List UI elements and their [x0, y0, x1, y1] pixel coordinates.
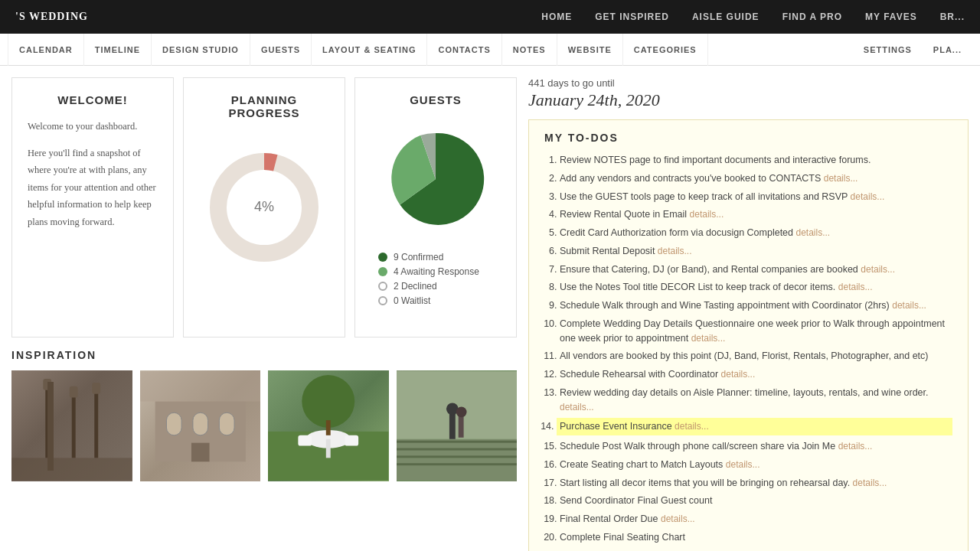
sub-nav-left: CALENDAR TIMELINE DESIGN STUDIO GUESTS L…	[8, 34, 708, 66]
todo-item-13: Review wedding day details on Aisle Plan…	[560, 386, 952, 415]
svg-rect-22	[397, 439, 518, 481]
guest-legend: 9 Confirmed 4 Awaiting Response 2 Declin…	[371, 252, 501, 306]
todo-link-5[interactable]: details...	[795, 227, 830, 238]
nav-br[interactable]: BR...	[940, 11, 965, 22]
legend-awaiting-label: 4 Awaiting Response	[394, 266, 479, 277]
right-panel: 441 days to go until January 24th, 2020 …	[528, 77, 969, 551]
todos-title: MY TO-DOS	[544, 132, 952, 144]
subnav-categories[interactable]: CATEGORIES	[623, 34, 708, 66]
nav-get-inspired[interactable]: GET INSPIRED	[595, 11, 669, 22]
subnav-design-studio[interactable]: DESIGN STUDIO	[152, 34, 250, 66]
todo-link-14[interactable]: details...	[675, 421, 709, 432]
todo-link-12[interactable]: details...	[721, 369, 756, 380]
planning-card: PLANNING PROGRESS 4%	[183, 77, 345, 337]
brand-name: 'S WEDDING	[15, 11, 88, 23]
legend-awaiting: 4 Awaiting Response	[378, 266, 493, 277]
todo-item-7: Ensure that Catering, DJ (or Band), and …	[560, 262, 952, 277]
guests-title: GUESTS	[371, 93, 501, 106]
todo-item-2: Add any vendors and contracts you've boo…	[560, 171, 952, 186]
todo-link-8[interactable]: details...	[838, 282, 873, 292]
nav-find-a-pro[interactable]: FIND A PRO	[782, 11, 842, 22]
svg-rect-30	[458, 415, 463, 438]
todo-item-11: All vendors are booked by this point (DJ…	[560, 349, 952, 364]
svg-rect-5	[70, 386, 78, 398]
todo-item-16: Create Seating chart to Match Layouts de…	[560, 458, 952, 472]
todo-link-16[interactable]: details...	[726, 459, 760, 470]
todo-item-9: Schedule Walk through and Wine Tasting a…	[560, 298, 952, 313]
subnav-website[interactable]: WEBSITE	[557, 34, 623, 66]
welcome-title: WELCOME!	[28, 93, 158, 106]
inspiration-image-3[interactable]	[268, 370, 389, 481]
welcome-p2: Here you'll find a snapshot of where you…	[28, 145, 158, 231]
svg-rect-19	[345, 435, 358, 446]
todo-item-6: Submit Rental Deposit details...	[560, 244, 952, 259]
subnav-calendar[interactable]: CALENDAR	[8, 34, 84, 66]
svg-rect-24	[397, 448, 518, 451]
svg-rect-23	[397, 441, 518, 443]
todo-link-6[interactable]: details...	[658, 246, 692, 256]
legend-declined-ring	[378, 282, 387, 291]
svg-rect-14	[140, 371, 261, 401]
inspiration-image-2[interactable]	[140, 370, 261, 481]
legend-waitlist-label: 0 Waitlist	[394, 295, 430, 306]
subnav-timeline[interactable]: TIMELINE	[84, 34, 152, 66]
guests-pie-chart	[378, 122, 493, 236]
left-panel: WELCOME! Welcome to your dashboard. Here…	[11, 77, 517, 551]
todo-link-10[interactable]: details...	[691, 333, 726, 344]
legend-awaiting-dot	[378, 267, 387, 276]
todo-item-1: Review NOTES page to find important docu…	[560, 153, 952, 168]
legend-declined-label: 2 Declined	[394, 281, 437, 292]
inspiration-title: INSPIRATION	[11, 349, 517, 361]
todo-item-10: Complete Wedding Day Details Questionnai…	[560, 317, 952, 346]
planning-donut-chart: 4%	[203, 146, 325, 269]
nav-aisle-guide[interactable]: AISLE GUIDE	[692, 11, 760, 22]
nav-home[interactable]: HOME	[541, 11, 572, 22]
todo-link-3[interactable]: details...	[851, 191, 885, 202]
todo-item-19: Final Rental Order Due details...	[560, 512, 952, 527]
inspiration-image-4[interactable]	[397, 370, 518, 481]
todo-link-19[interactable]: details...	[661, 514, 695, 524]
inspiration-image-1[interactable]	[11, 370, 132, 481]
sub-nav-right: SETTINGS PLA...	[853, 34, 972, 66]
todo-item-4: Review Rental Quote in Email details...	[560, 207, 952, 222]
todo-link-2[interactable]: details...	[824, 173, 858, 184]
svg-rect-7	[92, 383, 100, 394]
subnav-notes[interactable]: NOTES	[502, 34, 557, 66]
svg-rect-11	[192, 412, 207, 435]
inspiration-section: INSPIRATION	[11, 349, 517, 481]
donut-container: 4%	[199, 131, 329, 284]
todo-link-17[interactable]: details...	[853, 478, 887, 488]
todo-item-3: Use the GUEST tools page to keep track o…	[560, 190, 952, 204]
top-navigation: 'S WEDDING HOME GET INSPIRED AISLE GUIDE…	[0, 0, 980, 34]
svg-rect-12	[219, 412, 234, 435]
todo-item-17: Start listing all decor items that you w…	[560, 476, 952, 491]
legend-confirmed-label: 9 Confirmed	[394, 252, 443, 262]
days-text: 441 days to go until	[528, 77, 969, 89]
todo-item-20: Complete Final Seating Chart	[560, 530, 952, 545]
svg-rect-3	[43, 379, 51, 390]
todo-item-14: Purchase Event Insurance details...	[557, 418, 952, 435]
nav-my-faves[interactable]: MY FAVES	[865, 11, 917, 22]
svg-rect-17	[326, 439, 331, 458]
cards-row: WELCOME! Welcome to your dashboard. Here…	[11, 77, 517, 337]
inspiration-grid	[11, 370, 517, 481]
todo-link-15[interactable]: details...	[838, 441, 873, 452]
todo-item-15: Schedule Post Walk through phone call/sc…	[560, 439, 952, 454]
subnav-settings[interactable]: SETTINGS	[853, 34, 923, 66]
todo-item-18: Send Coordinator Final Guest count	[560, 494, 952, 508]
pie-container	[371, 118, 501, 240]
subnav-guests[interactable]: GUESTS	[250, 34, 312, 66]
todo-link-7[interactable]: details...	[861, 264, 895, 275]
todo-link-9[interactable]: details...	[892, 300, 926, 311]
subnav-contacts[interactable]: CONTACTS	[427, 34, 501, 66]
subnav-pla[interactable]: PLA...	[923, 34, 972, 66]
todo-link-13[interactable]: details...	[560, 402, 594, 412]
svg-point-31	[456, 406, 466, 417]
svg-rect-4	[72, 390, 76, 458]
todo-item-5: Credit Card Authorization form via docus…	[560, 226, 952, 240]
todo-link-4[interactable]: details...	[690, 209, 724, 220]
todo-list: Review NOTES page to find important docu…	[544, 153, 952, 545]
legend-waitlist-ring	[378, 296, 387, 305]
subnav-layout-seating[interactable]: LAYOUT & SEATING	[312, 34, 427, 66]
welcome-text: Welcome to your dashboard. Here you'll f…	[28, 118, 158, 230]
